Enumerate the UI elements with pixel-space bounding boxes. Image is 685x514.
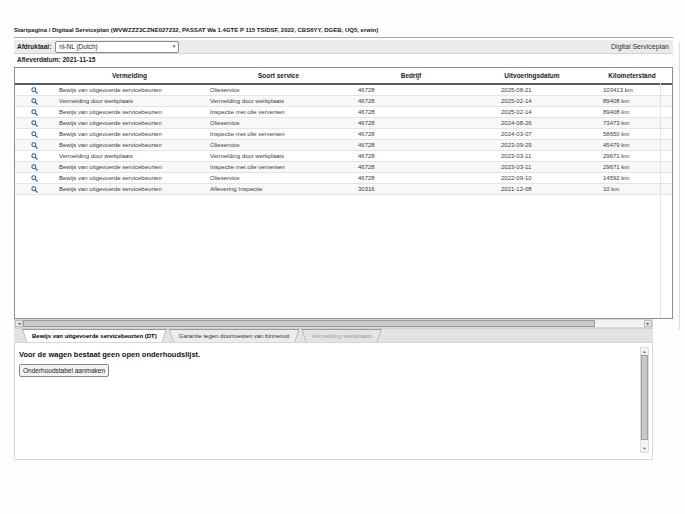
header-divider xyxy=(14,37,673,38)
table-row: Bewijs van uitgevoerde servicebeurten Ol… xyxy=(15,173,672,184)
cell-bedrijf: 46728 xyxy=(351,153,471,159)
tab-strip: Bewijs van uitgevoerde servicebeurten (D… xyxy=(14,328,653,342)
table-header-row: Vermelding Soort service Bedrijf Uitvoer… xyxy=(15,68,672,85)
cell-uitvoeringsdatum: 2025-02-14 xyxy=(471,98,593,104)
horizontal-scrollbar-thumb[interactable] xyxy=(23,320,595,327)
cell-vermelding: Bewijs van uitgevoerde servicebeurten xyxy=(53,120,206,126)
row-detail-button[interactable] xyxy=(15,131,53,138)
row-detail-button[interactable] xyxy=(15,175,53,182)
cell-vermelding: Bewijs van uitgevoerde servicebeurten xyxy=(53,175,206,181)
cell-soort-service: Olieservice xyxy=(206,87,351,93)
table-row: Bewijs van uitgevoerde servicebeurten In… xyxy=(15,162,672,173)
row-detail-button[interactable] xyxy=(15,98,53,105)
cell-uitvoeringsdatum: 2025-02-14 xyxy=(471,109,593,115)
table-row: Bewijs van uitgevoerde servicebeurten In… xyxy=(15,129,672,140)
cell-bedrijf: 46728 xyxy=(351,87,471,93)
maintenance-panel: Voor de wagen bestaat geen open onderhou… xyxy=(14,342,653,460)
cell-soort-service: Olieservice xyxy=(206,175,351,181)
cell-vermelding: Bewijs van uitgevoerde servicebeurten xyxy=(53,164,206,170)
cell-uitvoeringsdatum: 2025-08-21 xyxy=(471,87,593,93)
magnifier-icon xyxy=(31,186,38,193)
row-detail-button[interactable] xyxy=(15,120,53,127)
cell-bedrijf: 46728 xyxy=(351,98,471,104)
tab[interactable]: Vermelding werkplaats xyxy=(301,329,381,343)
cell-uitvoeringsdatum: 2024-03-07 xyxy=(471,131,593,137)
scroll-down-icon[interactable]: ▼ xyxy=(641,445,648,452)
magnifier-icon xyxy=(31,131,38,138)
cell-bedrijf: 30316 xyxy=(351,186,471,192)
delivery-date-label: Afleverdatum: 2021-11-15 xyxy=(17,56,95,63)
language-select[interactable]: nl-NL (Dutch) ▾ xyxy=(55,41,179,53)
cell-uitvoeringsdatum: 2024-08-26 xyxy=(471,120,593,126)
scroll-left-icon[interactable]: ◄ xyxy=(15,320,23,327)
cell-vermelding: Vermelding door werkplaats xyxy=(53,98,206,104)
chevron-down-icon: ▾ xyxy=(173,44,176,49)
breadcrumb[interactable]: Startpagina / Digitaal Serviceplan (WVWZ… xyxy=(14,27,378,33)
cell-soort-service: Olieservice xyxy=(206,142,351,148)
row-detail-button[interactable] xyxy=(15,142,53,149)
page-title: Digital Serviceplan xyxy=(611,43,669,50)
language-label: Afdruktaal: xyxy=(17,43,51,50)
cell-bedrijf: 46728 xyxy=(351,131,471,137)
tab-label: Bewijs van uitgevoerde servicebeurten (D… xyxy=(23,330,166,342)
cell-uitvoeringsdatum: 2021-12-08 xyxy=(471,186,593,192)
no-open-maintenance-message: Voor de wagen bestaat geen open onderhou… xyxy=(19,350,652,359)
window-edge-line xyxy=(679,42,680,330)
cell-soort-service: Inspectie met olie verversen xyxy=(206,131,351,137)
horizontal-scrollbar[interactable]: ◄ ► xyxy=(14,319,653,328)
cell-uitvoeringsdatum: 2023-03-11 xyxy=(471,164,593,170)
row-detail-button[interactable] xyxy=(15,87,53,94)
cell-vermelding: Bewijs van uitgevoerde servicebeurten xyxy=(53,87,206,93)
cell-uitvoeringsdatum: 2023-03-11 xyxy=(471,153,593,159)
scroll-right-icon[interactable]: ► xyxy=(644,320,652,327)
column-header-soort-service: Soort service xyxy=(206,72,351,79)
cell-uitvoeringsdatum: 2023-09-29 xyxy=(471,142,593,148)
magnifier-icon xyxy=(31,142,38,149)
table-scroll-track xyxy=(660,83,661,318)
cell-soort-service: Vermelding door werkplaats xyxy=(206,98,351,104)
magnifier-icon xyxy=(31,153,38,160)
row-detail-button[interactable] xyxy=(15,153,53,160)
table-row: Bewijs van uitgevoerde servicebeurten Ol… xyxy=(15,118,672,129)
row-detail-button[interactable] xyxy=(15,186,53,193)
create-maintenance-table-button[interactable]: Onderhoudstabel aanmaken xyxy=(19,364,109,377)
cell-soort-service: Inspectie met olie verversen xyxy=(206,164,351,170)
column-header-bedrijf: Bedrijf xyxy=(351,72,471,79)
cell-vermelding: Vermelding door werkplaats xyxy=(53,153,206,159)
row-detail-button[interactable] xyxy=(15,164,53,171)
tab-label: Garantie tegen doorroesten van binnenuit xyxy=(170,330,299,342)
cell-soort-service: Vermelding door werkplaats xyxy=(206,153,351,159)
magnifier-icon xyxy=(31,120,38,127)
cell-uitvoeringsdatum: 2022-09-10 xyxy=(471,175,593,181)
cell-bedrijf: 46728 xyxy=(351,164,471,170)
tab[interactable]: Bewijs van uitgevoerde servicebeurten (D… xyxy=(22,329,167,343)
service-history-table: Vermelding Soort service Bedrijf Uitvoer… xyxy=(14,67,673,319)
cell-soort-service: Aflevering Inspectie xyxy=(206,186,351,192)
magnifier-icon xyxy=(31,164,38,171)
vertical-scrollbar[interactable]: ▲ ▼ xyxy=(640,347,649,453)
cell-bedrijf: 46728 xyxy=(351,120,471,126)
tab-label: Vermelding werkplaats xyxy=(302,330,380,342)
column-header-vermelding: Vermelding xyxy=(53,72,206,79)
table-row: Bewijs van uitgevoerde servicebeurten Ol… xyxy=(15,85,672,96)
magnifier-icon xyxy=(31,175,38,182)
cell-soort-service: Inspectie met olie verversen xyxy=(206,109,351,115)
magnifier-icon xyxy=(31,109,38,116)
cell-vermelding: Bewijs van uitgevoerde servicebeurten xyxy=(53,109,206,115)
table-body: Bewijs van uitgevoerde servicebeurten Ol… xyxy=(15,85,672,195)
cell-vermelding: Bewijs van uitgevoerde servicebeurten xyxy=(53,142,206,148)
digital-serviceplan-page: Startpagina / Digitaal Serviceplan (WVWZ… xyxy=(0,0,685,514)
column-header-kilometerstand: Kilometerstand xyxy=(593,72,671,79)
cell-vermelding: Bewijs van uitgevoerde servicebeurten xyxy=(53,131,206,137)
cell-bedrijf: 46728 xyxy=(351,175,471,181)
column-header-uitvoeringsdatum: Uitvoeringsdatum xyxy=(471,72,593,79)
scroll-up-icon[interactable]: ▲ xyxy=(641,348,648,355)
row-detail-button[interactable] xyxy=(15,109,53,116)
table-row: Bewijs van uitgevoerde servicebeurten In… xyxy=(15,107,672,118)
cell-vermelding: Bewijs van uitgevoerde servicebeurten xyxy=(53,186,206,192)
toolbar: Afdruktaal: nl-NL (Dutch) ▾ Digital Serv… xyxy=(14,40,673,54)
table-row: Vermelding door werkplaats Vermelding do… xyxy=(15,151,672,162)
vertical-scrollbar-thumb[interactable] xyxy=(641,355,648,440)
cell-bedrijf: 46728 xyxy=(351,142,471,148)
tab[interactable]: Garantie tegen doorroesten van binnenuit xyxy=(169,329,300,343)
